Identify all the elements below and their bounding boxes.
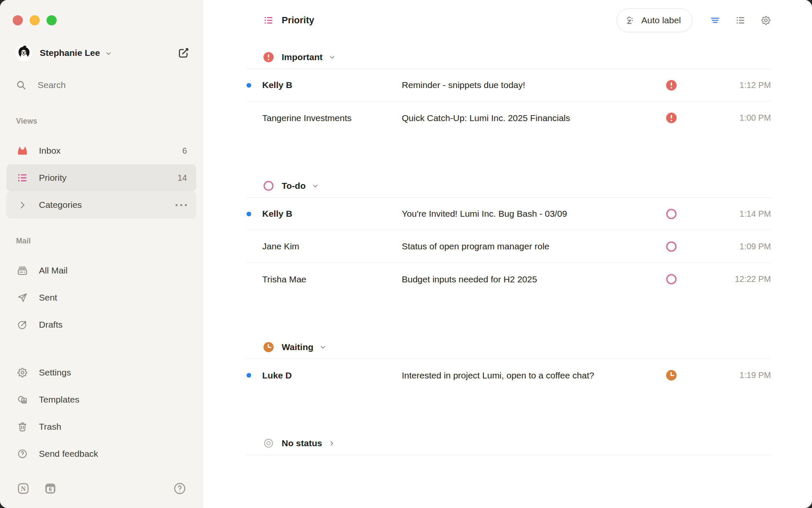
email-time: 1:12 PM <box>708 80 771 90</box>
view-settings-gear-icon[interactable] <box>761 15 771 25</box>
section-label: Waiting <box>282 342 313 352</box>
chevron-right-icon[interactable] <box>17 199 28 210</box>
avatar <box>15 44 33 62</box>
inbox-count: 6 <box>182 146 187 156</box>
waiting-status-icon <box>263 342 274 353</box>
compose-icon[interactable] <box>177 47 190 59</box>
sidebar-item-label: Drafts <box>39 320 63 330</box>
section-header-todo[interactable]: To-do <box>247 174 771 198</box>
important-badge-icon <box>666 112 677 124</box>
chevron-down-icon[interactable] <box>312 182 319 190</box>
zoom-window-button[interactable] <box>47 15 57 25</box>
list-view-icon[interactable] <box>735 15 746 25</box>
sidebar-item-categories[interactable]: Categories <box>6 191 196 218</box>
sidebar-item-drafts[interactable]: Drafts <box>6 311 196 338</box>
search-input[interactable]: Search <box>16 74 190 96</box>
todo-status-icon <box>263 180 274 191</box>
chevron-down-icon[interactable] <box>105 50 112 57</box>
account-switcher[interactable]: Stephanie Lee <box>15 43 190 63</box>
gear-icon <box>17 367 28 378</box>
chevron-down-icon[interactable] <box>329 54 336 61</box>
email-time: 1:00 PM <box>708 113 771 123</box>
section-todo: To-do Kelly B You're Invited! Lumi Inc. … <box>203 174 812 295</box>
templates-icon <box>17 394 28 405</box>
mail-list-panel: Priority Auto label <box>203 0 812 508</box>
important-badge-icon <box>666 80 677 91</box>
sidebar-item-label: Inbox <box>39 146 60 156</box>
email-sender: Kelly B <box>262 209 402 219</box>
priority-list-icon <box>17 172 28 183</box>
question-circle-icon <box>17 448 28 459</box>
sidebar-item-sent[interactable]: Sent <box>6 284 196 311</box>
sidebar-item-trash[interactable]: Trash <box>6 413 196 440</box>
todo-badge-icon <box>666 273 677 285</box>
unread-dot <box>247 83 251 88</box>
filter-icon[interactable] <box>710 15 720 25</box>
sidebar-item-priority[interactable]: Priority 14 <box>6 164 196 191</box>
email-sender: Trisha Mae <box>262 274 402 284</box>
unread-dot <box>247 373 251 378</box>
sidebar-item-send-feedback[interactable]: Send feedback <box>6 440 196 467</box>
section-waiting: Waiting Luke D Interested in project Lum… <box>203 335 812 392</box>
section-no-status: No status <box>203 431 812 455</box>
sidebar-item-label: Templates <box>39 395 80 405</box>
drafts-icon <box>17 319 28 330</box>
sidebar-footer: N 6 <box>17 476 187 501</box>
section-header-no-status[interactable]: No status <box>247 431 771 455</box>
mail-section-label: Mail <box>16 237 203 247</box>
email-sender: Tangerine Investments <box>262 113 402 123</box>
main-header: Priority Auto label <box>203 0 812 41</box>
sidebar-item-label: Sent <box>39 293 57 303</box>
sidebar-item-label: Categories <box>39 200 82 210</box>
email-sender: Luke D <box>262 370 402 381</box>
sidebar-item-settings[interactable]: Settings <box>6 359 196 386</box>
email-row[interactable]: Luke D Interested in project Lumi, open … <box>247 359 771 392</box>
trash-icon <box>17 421 28 432</box>
sidebar-item-templates[interactable]: Templates <box>6 386 196 413</box>
auto-label-button-label: Auto label <box>642 15 681 25</box>
categories-more-icon[interactable] <box>176 204 187 206</box>
email-subject: You're Invited! Lumi Inc. Bug Bash - 03/… <box>402 209 666 219</box>
email-row[interactable]: Kelly B Reminder - snippets due today! 1… <box>247 69 771 102</box>
sidebar-item-label: Settings <box>39 367 71 378</box>
account-name: Stephanie Lee <box>40 48 100 58</box>
email-sender: Jane Kim <box>262 241 402 251</box>
sidebar-item-inbox[interactable]: Inbox 6 <box>6 137 196 164</box>
email-subject: Budget inputs needed for H2 2025 <box>402 274 666 284</box>
sidebar-item-all-mail[interactable]: All Mail <box>6 257 196 284</box>
no-status-icon <box>263 438 274 449</box>
email-subject: Status of open program manager role <box>402 241 666 251</box>
search-placeholder: Search <box>38 80 66 90</box>
auto-label-wand-icon <box>625 15 636 26</box>
auto-label-button[interactable]: Auto label <box>617 8 692 32</box>
help-icon[interactable] <box>173 482 187 495</box>
chevron-down-icon[interactable] <box>319 344 326 351</box>
window-controls <box>13 15 57 25</box>
calendar-icon[interactable]: 6 <box>44 482 57 495</box>
email-row[interactable]: Jane Kim Status of open program manager … <box>247 230 771 263</box>
close-window-button[interactable] <box>13 15 23 25</box>
section-header-important[interactable]: Important <box>247 45 771 69</box>
notion-logo-icon[interactable]: N <box>17 482 30 495</box>
email-row[interactable]: Trisha Mae Budget inputs needed for H2 2… <box>247 263 771 295</box>
important-status-icon <box>263 52 274 63</box>
todo-badge-icon <box>666 208 677 220</box>
minimize-window-button[interactable] <box>30 15 40 25</box>
svg-text:6: 6 <box>49 486 52 492</box>
svg-text:N: N <box>21 485 26 493</box>
email-row[interactable]: Tangerine Investments Quick Catch-Up: Lu… <box>247 102 771 134</box>
all-mail-icon <box>17 265 28 276</box>
email-subject: Quick Catch-Up: Lumi Inc. 2025 Financial… <box>402 113 666 123</box>
email-time: 1:14 PM <box>708 209 771 219</box>
chevron-right-icon[interactable] <box>328 440 335 447</box>
sidebar-item-label: Trash <box>39 422 61 432</box>
unread-dot <box>247 212 251 216</box>
email-row[interactable]: Kelly B You're Invited! Lumi Inc. Bug Ba… <box>247 198 771 230</box>
views-section-label: Views <box>16 117 203 127</box>
todo-badge-icon <box>666 241 677 252</box>
section-header-waiting[interactable]: Waiting <box>247 335 771 359</box>
email-time: 12:22 PM <box>708 274 771 284</box>
priority-count: 14 <box>178 173 187 183</box>
send-icon <box>17 292 28 303</box>
section-label: No status <box>282 438 322 448</box>
